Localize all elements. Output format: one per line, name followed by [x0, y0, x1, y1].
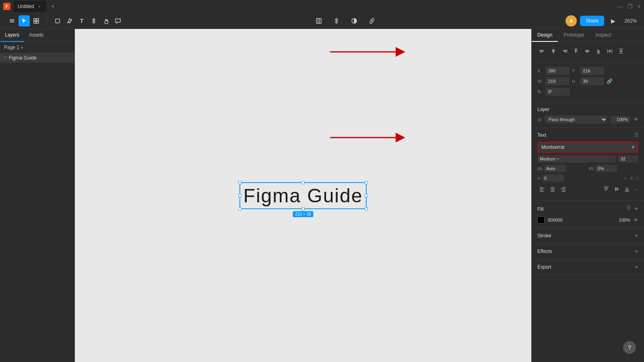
handle-bottom-right[interactable]	[365, 207, 368, 210]
text-valign-top-button[interactable]	[601, 184, 611, 194]
fill-visibility-icon[interactable]: 👁	[634, 217, 638, 223]
help-button[interactable]: ?	[623, 341, 636, 354]
font-style-selector[interactable]: Medium ▾	[537, 155, 616, 162]
align-bottom-button[interactable]	[594, 46, 603, 56]
letter-spacing-input[interactable]	[595, 165, 617, 172]
toolbar-right: A Share ▶ 262%	[566, 15, 639, 27]
handle-top-left[interactable]	[238, 181, 242, 184]
minimize-button[interactable]: —	[617, 3, 623, 10]
text-grid-icon[interactable]: ⠿	[634, 132, 638, 138]
constrain-icon[interactable]: 🔗	[607, 78, 613, 84]
zoom-level[interactable]: 262%	[622, 16, 639, 25]
text-valign-bottom-button[interactable]	[622, 184, 632, 194]
select-tool-button[interactable]	[19, 15, 30, 27]
title-tab[interactable]: Untitled ×	[14, 1, 46, 12]
align-center-h-button[interactable]	[549, 46, 558, 56]
inspect-tab[interactable]: Inspect	[590, 29, 617, 42]
design-tab[interactable]: Design	[532, 29, 558, 42]
close-window-button[interactable]: ×	[638, 3, 641, 10]
panel-tabs: Layers Assets	[0, 29, 74, 42]
svg-rect-52	[604, 187, 609, 187]
play-button[interactable]: ▶	[607, 15, 619, 27]
page-selector[interactable]: Page 1 ▾	[0, 42, 74, 53]
text-align-right-button[interactable]	[558, 184, 568, 194]
add-effect-button[interactable]: +	[635, 248, 638, 255]
fill-header: Fill ⠿ +	[537, 205, 638, 213]
prototype-tab[interactable]: Prototype	[558, 29, 590, 42]
list-item[interactable]: T Figma Guide	[0, 53, 74, 63]
frame-tool-button[interactable]	[31, 15, 42, 27]
rotate-label: ↻	[537, 89, 543, 95]
w-input[interactable]	[545, 77, 570, 85]
wrap-icon-2[interactable]: ≡	[630, 175, 633, 181]
svg-rect-42	[540, 190, 543, 191]
handle-mid-left[interactable]	[238, 194, 242, 197]
blend-mode-select[interactable]: Pass through	[545, 115, 607, 123]
text-tool-button[interactable]: T	[76, 15, 87, 27]
pen-tool-button[interactable]	[64, 15, 75, 27]
new-tab-button[interactable]: +	[50, 1, 56, 12]
align-top-button[interactable]	[571, 46, 581, 56]
text-title: Text	[537, 132, 546, 138]
line-height-icon: |A|	[537, 167, 542, 171]
add-export-button[interactable]: +	[635, 263, 638, 271]
handle-top-mid[interactable]	[301, 181, 305, 184]
canvas[interactable]: Figma Guide 210 × 39	[75, 29, 531, 362]
distribute-v-button[interactable]	[616, 46, 626, 56]
assets-tab[interactable]: Assets	[24, 29, 48, 42]
distribute-h-button[interactable]	[605, 46, 615, 56]
text-more-button[interactable]: ···	[634, 186, 638, 192]
shape-tool-button[interactable]	[52, 15, 63, 27]
handle-top-right[interactable]	[365, 181, 368, 184]
x-input[interactable]	[545, 67, 570, 75]
fill-section: Fill ⠿ + 000000 100% 👁	[532, 201, 644, 228]
line-height-input[interactable]	[544, 165, 566, 172]
svg-rect-49	[561, 189, 566, 189]
font-family-selector[interactable]: Montserrat ▾	[537, 142, 638, 153]
align-right-button[interactable]	[560, 46, 570, 56]
paragraph-indent-input[interactable]	[542, 175, 564, 182]
layers-tab[interactable]: Layers	[0, 29, 24, 42]
rotate-input[interactable]	[545, 88, 570, 96]
add-stroke-button[interactable]: +	[635, 232, 638, 239]
comment-tool-button[interactable]	[112, 15, 124, 27]
fill-grid-icon[interactable]: ⠿	[627, 205, 631, 213]
y-input[interactable]	[580, 67, 604, 75]
main-menu-button[interactable]	[6, 15, 18, 27]
hand-tool-button[interactable]	[100, 15, 111, 27]
handle-bottom-left[interactable]	[238, 207, 242, 210]
align-center-v-button[interactable]	[582, 46, 592, 56]
wrap-icon-1[interactable]: ↔	[623, 175, 628, 181]
right-panel-tabs: Design Prototype Inspect	[532, 29, 644, 42]
app-icon: F	[3, 3, 10, 10]
font-size-input[interactable]	[618, 155, 638, 162]
add-fill-button[interactable]: +	[634, 205, 638, 213]
text-align-center-button[interactable]	[548, 184, 557, 194]
handle-mid-right[interactable]	[365, 194, 368, 197]
contrast-icon[interactable]	[349, 15, 360, 27]
text-align-left-button[interactable]	[537, 184, 547, 194]
font-family-label: Montserrat	[541, 144, 564, 150]
opacity-input[interactable]	[610, 116, 630, 123]
svg-rect-6	[37, 21, 39, 23]
close-tab-button[interactable]: ×	[37, 4, 42, 9]
svg-rect-57	[617, 187, 618, 191]
fill-color-swatch[interactable]	[537, 216, 545, 224]
handle-bottom-mid[interactable]	[301, 207, 305, 210]
visibility-toggle[interactable]: 👁	[634, 117, 638, 122]
text-valign-middle-button[interactable]	[612, 184, 621, 194]
svg-rect-5	[34, 21, 36, 23]
wrap-icon-3[interactable]: □	[636, 175, 638, 181]
component-tool-button[interactable]	[88, 15, 99, 27]
component-icon[interactable]	[331, 15, 342, 27]
font-dropdown-icon: ▾	[632, 144, 634, 150]
h-input[interactable]	[580, 77, 604, 85]
text-element[interactable]: Figma Guide 210 × 39	[239, 182, 367, 209]
share-button[interactable]: Share	[580, 16, 604, 26]
crop-icon[interactable]	[313, 15, 324, 27]
svg-rect-3	[34, 19, 36, 21]
align-left-button[interactable]	[537, 46, 547, 56]
svg-rect-60	[627, 188, 628, 191]
link-icon[interactable]	[366, 15, 378, 27]
restore-button[interactable]: ❐	[627, 3, 633, 10]
